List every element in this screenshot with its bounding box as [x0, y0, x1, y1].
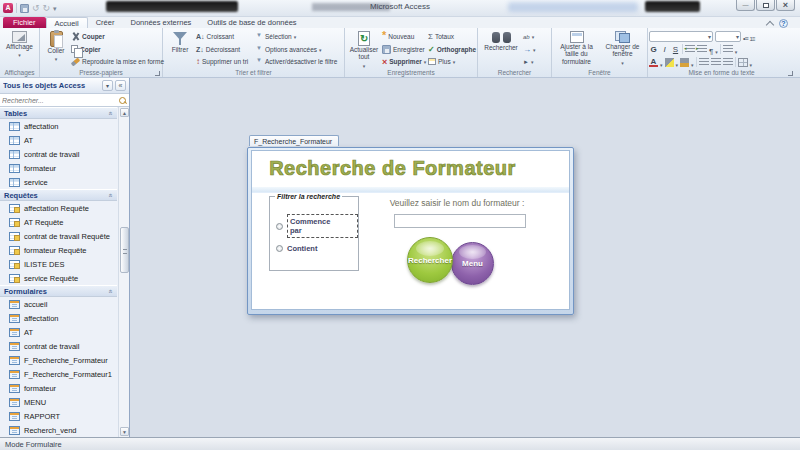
- scroll-down-icon[interactable]: [120, 427, 129, 436]
- nav-item-table[interactable]: formateur: [0, 161, 117, 175]
- tab-outils-bdd[interactable]: Outils de base de données: [199, 17, 304, 28]
- nav-item-table[interactable]: service: [0, 175, 117, 189]
- nav-item-query[interactable]: AT Requête: [0, 215, 117, 229]
- nav-item-form[interactable]: formateur: [0, 381, 117, 395]
- tab-creer[interactable]: Créer: [88, 17, 123, 28]
- nav-pane-header[interactable]: Tous les objets Access: [0, 78, 129, 94]
- form-window-tab[interactable]: F_Recherche_Formateur: [249, 135, 339, 146]
- toggle-filter-button[interactable]: Activer/désactiver le filtre: [256, 55, 342, 68]
- ajuster-taille-button[interactable]: Ajuster à la taille du formulaire: [553, 29, 600, 68]
- nav-item-form[interactable]: accueil: [0, 297, 117, 311]
- tab-fichier[interactable]: Fichier: [3, 17, 46, 28]
- supprimer-tri-button[interactable]: Supprimer un tri: [196, 55, 256, 68]
- orthographe-button[interactable]: Orthographe: [428, 43, 476, 56]
- supprimer-button[interactable]: Supprimer: [382, 55, 428, 68]
- nav-item-table[interactable]: contrat de travail: [0, 147, 117, 161]
- filtrer-button[interactable]: Filtrer: [164, 29, 196, 68]
- nouveau-button[interactable]: Nouveau: [382, 30, 428, 43]
- minimize-button[interactable]: [736, 0, 755, 11]
- switch-window-icon: [615, 31, 630, 43]
- decroissant-button[interactable]: Décroissant: [196, 43, 256, 56]
- rechercher-button[interactable]: Rechercher: [479, 29, 523, 68]
- nav-item-form[interactable]: RAPPORT: [0, 409, 117, 423]
- nav-item-form[interactable]: contrat de travail: [0, 339, 117, 353]
- font-size-select[interactable]: [715, 31, 741, 42]
- actualiser-tout-button[interactable]: Actualiser tout: [346, 29, 382, 68]
- actualiser-label: Actualiser tout: [346, 46, 382, 61]
- radio-icon[interactable]: [276, 245, 283, 252]
- highlight-color-icon[interactable]: [665, 58, 674, 67]
- radio-commence-par[interactable]: Commence par: [276, 214, 358, 238]
- format-painter-icon: [71, 57, 80, 66]
- radio-label-contient[interactable]: Contient: [287, 244, 317, 253]
- nav-scrollbar[interactable]: [118, 107, 129, 437]
- align-right-icon[interactable]: [723, 58, 733, 66]
- remplacer-button[interactable]: [523, 30, 545, 43]
- restore-button[interactable]: [756, 0, 775, 11]
- nav-item-form[interactable]: F_Recherche_Formateur1: [0, 367, 117, 381]
- scroll-up-icon[interactable]: [120, 108, 129, 117]
- bold-button[interactable]: G: [649, 45, 658, 54]
- couper-button[interactable]: Couper: [71, 30, 159, 43]
- nav-item-query[interactable]: ILISTE DES: [0, 257, 117, 271]
- nav-section-formulaires[interactable]: Formulaires: [0, 285, 117, 297]
- close-button[interactable]: [776, 0, 795, 11]
- changer-fenetre-button[interactable]: Changer de fenêtre: [600, 29, 645, 68]
- nav-item-query[interactable]: formateur Requête: [0, 243, 117, 257]
- nav-item-query[interactable]: affectation Requête: [0, 201, 117, 215]
- scrollbar-thumb[interactable]: [120, 227, 129, 273]
- croissant-button[interactable]: Croissant: [196, 30, 256, 43]
- radio-contient[interactable]: Contient: [276, 244, 317, 253]
- gridlines-icon[interactable]: [738, 58, 748, 67]
- font-name-select[interactable]: [649, 31, 713, 42]
- nav-item-form[interactable]: Recherch_vend: [0, 423, 117, 437]
- nav-item-form[interactable]: F_Recherche_Formateur: [0, 353, 117, 367]
- supprimer-label: Supprimer: [389, 58, 422, 65]
- radio-icon[interactable]: [276, 223, 283, 230]
- totaux-button[interactable]: Totaux: [428, 30, 476, 43]
- nav-section-requetes[interactable]: Requêtes: [0, 189, 117, 201]
- menu-form-button[interactable]: Menu: [451, 242, 494, 285]
- form-window-frame: Recherche de Formateur Filtrer la recher…: [247, 147, 574, 315]
- search-input[interactable]: [2, 97, 118, 104]
- dialog-launcher-icon[interactable]: [155, 71, 160, 76]
- help-icon[interactable]: [779, 19, 788, 28]
- selection-button[interactable]: Sélection: [256, 30, 342, 43]
- nav-item-table[interactable]: AT: [0, 133, 117, 147]
- selectionner-button[interactable]: [523, 55, 545, 68]
- line-spacing-icon[interactable]: [723, 45, 733, 53]
- nav-section-tables[interactable]: Tables: [0, 107, 117, 119]
- rechercher-form-button[interactable]: Rechercher: [407, 237, 453, 283]
- dialog-launcher-icon[interactable]: [788, 71, 793, 76]
- nav-item-table[interactable]: affectation: [0, 119, 117, 133]
- format-painter-button[interactable]: Reproduire la mise en forme: [71, 55, 159, 68]
- tab-donnees-externes[interactable]: Données externes: [122, 17, 199, 28]
- atteindre-button[interactable]: [523, 43, 545, 56]
- font-color-icon[interactable]: [649, 57, 658, 67]
- nav-menu-icon[interactable]: [102, 80, 113, 91]
- enregistrer-button[interactable]: Enregistrer: [382, 43, 428, 56]
- nav-item-form[interactable]: affectation: [0, 311, 117, 325]
- nav-item-query[interactable]: contrat de travail Requête: [0, 229, 117, 243]
- options-avancees-button[interactable]: Options avancées: [256, 43, 342, 56]
- align-left-icon[interactable]: [699, 58, 709, 66]
- nav-item-query[interactable]: service Requête: [0, 271, 117, 285]
- nav-item-form[interactable]: AT: [0, 325, 117, 339]
- formateur-name-input[interactable]: [394, 214, 526, 228]
- collapse-pane-icon[interactable]: [115, 80, 126, 91]
- copier-button[interactable]: Copier: [71, 43, 159, 56]
- coller-button[interactable]: Coller: [41, 29, 71, 68]
- nav-item-form[interactable]: MENU: [0, 395, 117, 409]
- search-magnifier-icon[interactable]: [118, 96, 127, 105]
- nav-search-bar: [0, 94, 129, 107]
- increase-indent-icon[interactable]: [697, 45, 707, 53]
- redaction-bar: [106, 1, 238, 12]
- ribbon-collapse-icon[interactable]: [766, 20, 774, 26]
- decrease-indent-icon[interactable]: [685, 45, 695, 53]
- tab-accueil[interactable]: Accueil: [46, 17, 88, 28]
- radio-label-commence-par[interactable]: Commence par: [287, 214, 358, 238]
- align-center-icon[interactable]: [711, 58, 721, 66]
- fill-color-icon[interactable]: [680, 58, 689, 67]
- affichage-button[interactable]: Affichage: [1, 29, 38, 68]
- plus-button[interactable]: Plus: [428, 55, 476, 68]
